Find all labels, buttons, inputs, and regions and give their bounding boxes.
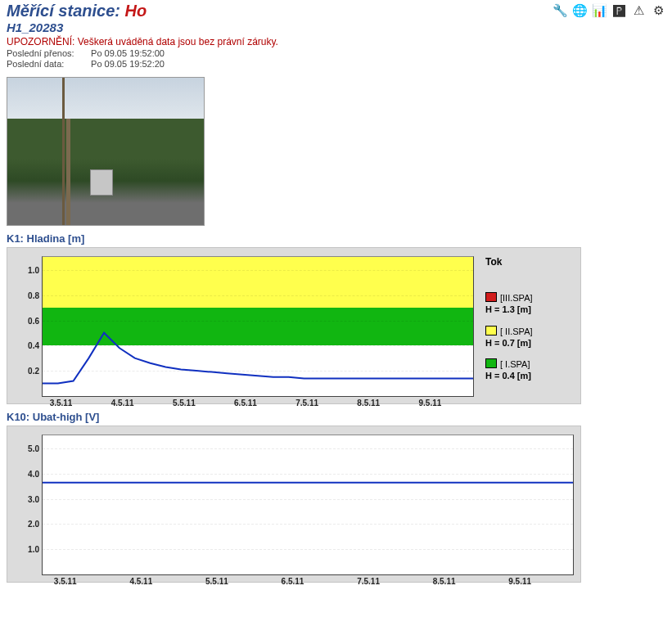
- chart-k1-caption: K1: Hladina [m]: [7, 232, 665, 245]
- tool-alert-icon[interactable]: ⚠: [631, 3, 646, 18]
- chart-k10-caption: K10: Ubat-high [V]: [7, 411, 665, 423]
- y-tick-label: 0.2: [28, 367, 39, 376]
- chart-k1-body: 0.20.40.60.81.03.5.114.5.115.5.116.5.117…: [7, 248, 480, 403]
- x-tick-label: 6.5.11: [282, 577, 304, 586]
- meta-last-data-value: Po 09.05 19:52:20: [91, 59, 165, 69]
- legend-label: [ II.SPA]: [500, 327, 533, 336]
- chart-k1-plot: 0.20.40.60.81.03.5.114.5.115.5.116.5.117…: [42, 256, 474, 397]
- y-tick-label: 1.0: [28, 545, 39, 554]
- chart-k1-legend-title: Tok: [485, 256, 575, 268]
- y-tick-label: 1.0: [28, 265, 39, 274]
- x-tick-label: 5.5.11: [205, 577, 228, 586]
- tool-gear-icon[interactable]: ⚙: [651, 3, 665, 18]
- toolbar: 🔧 🌐 📊 🅿 ⚠ ⚙: [552, 2, 665, 18]
- y-tick-label: 0.8: [28, 290, 39, 299]
- legend-value: H = 0.7 [m]: [485, 338, 575, 349]
- legend-item-ii: [ II.SPA] H = 0.7 [m]: [485, 326, 575, 349]
- tool-stats-icon[interactable]: 📊: [592, 3, 607, 18]
- tool-parking-icon[interactable]: 🅿: [611, 3, 626, 18]
- legend-item-iii: [III.SPA] H = 1.3 [m]: [485, 292, 575, 315]
- legend-swatch-icon: [485, 358, 497, 368]
- y-tick-label: 3.0: [28, 494, 39, 503]
- chart-k10-body: 1.02.03.04.05.03.5.114.5.115.5.116.5.117…: [7, 426, 580, 582]
- y-tick-label: 5.0: [28, 444, 39, 453]
- legend-value: H = 1.3 [m]: [485, 304, 575, 315]
- chart-k10-frame: 1.02.03.04.05.03.5.114.5.115.5.116.5.117…: [7, 426, 581, 583]
- x-tick-label: 5.5.11: [173, 399, 196, 408]
- x-tick-label: 3.5.11: [54, 577, 77, 586]
- legend-label: [ I.SPA]: [500, 359, 530, 369]
- title-block: Měřící stanice: Ho H1_20283: [7, 2, 147, 34]
- x-tick-label: 6.5.11: [234, 399, 257, 408]
- y-tick-label: 4.0: [28, 469, 39, 478]
- y-tick-label: 0.4: [28, 341, 39, 350]
- page-title: Měřící stanice: Ho: [7, 2, 147, 20]
- legend-value: H = 0.4 [m]: [485, 371, 575, 381]
- station-name: Ho: [125, 2, 147, 20]
- station-photo: [7, 77, 205, 226]
- chart-k10-section: K10: Ubat-high [V] 1.02.03.04.05.03.5.11…: [7, 411, 665, 583]
- meta-last-data: Poslední data: Po 09.05 19:52:20: [7, 59, 665, 69]
- meta-last-tx: Poslední přenos: Po 09.05 19:52:00: [7, 48, 665, 58]
- legend-item-i: [ I.SPA] H = 0.4 [m]: [485, 358, 575, 381]
- legend-swatch-icon: [485, 292, 497, 302]
- legend-label: [III.SPA]: [500, 293, 533, 303]
- x-tick-label: 8.5.11: [357, 399, 380, 408]
- x-tick-label: 4.5.11: [129, 577, 152, 586]
- x-tick-label: 9.5.11: [418, 399, 441, 408]
- tool-globe-icon[interactable]: 🌐: [572, 3, 587, 18]
- meta-last-tx-label: Poslední přenos:: [7, 48, 88, 58]
- chart-k1-legend: Tok [III.SPA] H = 1.3 [m] [ II.SPA] H = …: [480, 248, 580, 403]
- tool-settings-icon[interactable]: 🔧: [552, 3, 567, 18]
- chart-k1-section: K1: Hladina [m] 0.20.40.60.81.03.5.114.5…: [7, 232, 665, 404]
- title-prefix: Měřící stanice:: [7, 2, 125, 20]
- page-subtitle: H1_20283: [7, 20, 147, 34]
- header: Měřící stanice: Ho H1_20283 🔧 🌐 📊 🅿 ⚠ ⚙: [7, 2, 665, 34]
- warning-text: UPOZORNĚNÍ: Veškerá uváděná data jsou be…: [7, 36, 665, 47]
- x-tick-label: 3.5.11: [50, 399, 73, 408]
- chart-series-line: [43, 435, 573, 574]
- x-tick-label: 8.5.11: [433, 577, 456, 586]
- x-tick-label: 7.5.11: [295, 399, 318, 408]
- chart-k10-plot: 1.02.03.04.05.03.5.114.5.115.5.116.5.117…: [42, 435, 574, 575]
- meta-last-data-label: Poslední data:: [7, 59, 88, 69]
- x-tick-label: 7.5.11: [357, 577, 380, 586]
- legend-swatch-icon: [485, 326, 497, 336]
- chart-series-line: [43, 257, 473, 396]
- x-tick-label: 4.5.11: [111, 399, 134, 408]
- meta-last-tx-value: Po 09.05 19:52:00: [91, 48, 165, 58]
- x-tick-label: 9.5.11: [508, 577, 531, 586]
- y-tick-label: 2.0: [28, 520, 39, 529]
- y-tick-label: 0.6: [28, 316, 39, 325]
- chart-k1-frame: 0.20.40.60.81.03.5.114.5.115.5.116.5.117…: [7, 247, 581, 404]
- page: Měřící stanice: Ho H1_20283 🔧 🌐 📊 🅿 ⚠ ⚙ …: [0, 0, 672, 589]
